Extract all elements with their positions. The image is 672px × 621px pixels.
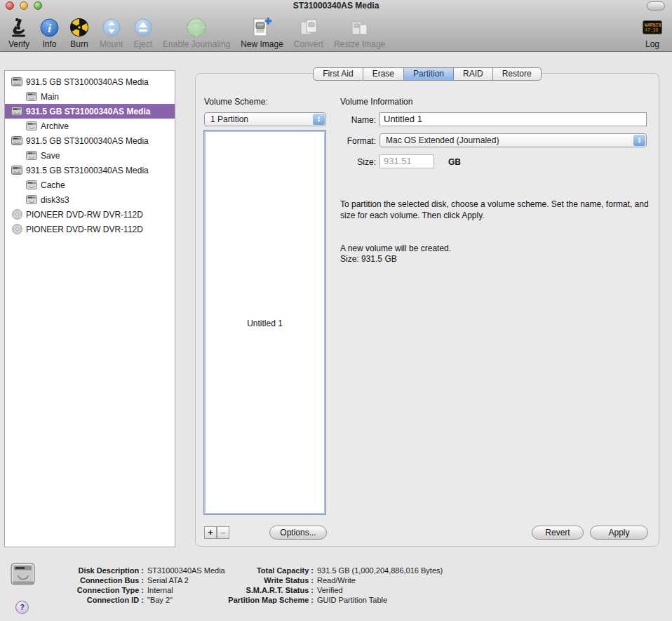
sidebar-item-label: 931.5 GB ST31000340AS Media <box>26 77 149 87</box>
toolbar-button-label: Burn <box>70 39 88 49</box>
sidebar-item[interactable]: 931.5 GB ST31000340AS Media <box>5 104 175 119</box>
tab-raid[interactable]: RAID <box>454 67 493 81</box>
info-label: Write Status : <box>226 575 314 585</box>
toolbar-button-verify[interactable]: Verify <box>8 16 29 49</box>
format-value: Mac OS Extended (Journaled) <box>386 135 499 145</box>
toolbar-button-label: Mount <box>100 39 123 49</box>
sidebar-item[interactable]: disk3s3 <box>5 192 175 207</box>
info-label: S.M.A.R.T. Status : <box>226 585 314 595</box>
disk-info-left: Disk Description :ST31000340AS MediaConn… <box>43 566 225 605</box>
info-value: GUID Partition Table <box>317 595 443 605</box>
remove-partition-button[interactable]: – <box>217 526 229 539</box>
info-label: Connection Type : <box>43 585 144 595</box>
toolbar-button-label: Log <box>645 39 659 49</box>
volume-scheme-popup[interactable]: 1 Partition ▲▼ <box>204 112 326 126</box>
volume-information-heading: Volume Information <box>340 97 412 107</box>
sidebar-item-label: 931.5 GB ST31000340AS Media <box>26 136 149 146</box>
info-icon: i <box>40 16 59 39</box>
volume-icon <box>26 195 37 204</box>
size-unit-label: GB <box>448 157 461 167</box>
toolbar-button-log[interactable]: WARNIN47:36Log <box>643 16 662 49</box>
format-popup[interactable]: Mac OS Extended (Journaled) ▲▼ <box>379 133 647 147</box>
sidebar-item[interactable]: Main <box>5 89 175 104</box>
sidebar-item[interactable]: PIONEER DVD-RW DVR-112D <box>5 207 175 222</box>
sidebar-item[interactable]: Archive <box>5 119 175 133</box>
toolbar-button-burn[interactable]: Burn <box>69 16 89 49</box>
partition-slice[interactable]: Untitled 1 <box>204 131 325 514</box>
optical-disc-icon <box>11 209 22 220</box>
sidebar-item[interactable]: Save <box>5 148 175 163</box>
sidebar-item[interactable]: 931.5 GB ST31000340AS Media <box>5 133 175 148</box>
toolbar-button-label: New Image <box>241 39 283 49</box>
tab-restore[interactable]: Restore <box>493 67 542 81</box>
info-value: ST31000340AS Media <box>147 566 225 575</box>
sidebar-item-label: Save <box>41 151 60 161</box>
sidebar-item-label: disk3s3 <box>41 195 69 205</box>
info-value: "Bay 2" <box>147 595 225 605</box>
hard-disk-icon <box>11 136 22 145</box>
toolbar-toggle-button[interactable] <box>647 1 665 11</box>
toolbar-button-label: Convert <box>294 39 323 49</box>
resize-image-icon <box>349 16 370 39</box>
revert-button[interactable]: Revert <box>532 526 584 540</box>
journaling-icon <box>186 16 207 39</box>
volume-icon <box>26 121 37 131</box>
help-button[interactable]: ? <box>15 601 29 614</box>
volume-icon <box>26 92 37 101</box>
apply-button[interactable]: Apply <box>590 526 648 540</box>
toolbar-button-label: Enable Journaling <box>163 39 230 49</box>
info-label: Total Capacity : <box>226 566 314 575</box>
new-volume-size: Size: 931.5 GB <box>340 253 397 265</box>
microscope-icon <box>11 16 27 39</box>
add-partition-button[interactable]: + <box>204 526 217 539</box>
disk-icon <box>11 563 36 591</box>
volume-scheme-heading: Volume Scheme: <box>204 97 268 107</box>
options-button[interactable]: Options... <box>269 526 327 540</box>
toolbar-button-label: Info <box>43 39 57 49</box>
hard-disk-icon <box>11 166 22 175</box>
burn-icon <box>69 16 89 39</box>
format-label: Format: <box>322 136 376 146</box>
partition-instructions: To partition the selected disk, choose a… <box>340 199 657 221</box>
volume-icon <box>26 180 37 189</box>
sidebar-item[interactable]: 931.5 GB ST31000340AS Media <box>5 74 175 89</box>
sidebar-list[interactable]: 931.5 GB ST31000340AS MediaMain931.5 GB … <box>4 70 175 547</box>
sidebar-item-label: Cache <box>41 180 65 190</box>
tab-bar: First AidErasePartitionRAIDRestore <box>195 67 659 81</box>
info-label: Partition Map Scheme : <box>226 595 314 605</box>
window-chrome: ST31000340AS Media VerifyiInfoBurnMountE… <box>0 0 672 52</box>
toolbar-button-convert: Convert <box>294 16 323 49</box>
sidebar-item-label: PIONEER DVD-RW DVR-112D <box>26 225 143 234</box>
tab-partition[interactable]: Partition <box>404 67 454 81</box>
toolbar-button-enable-journaling: Enable Journaling <box>163 16 230 49</box>
popup-stepper-icon: ▲▼ <box>633 135 645 146</box>
toolbar-button-info[interactable]: iInfo <box>40 16 59 49</box>
new-image-icon <box>250 16 273 39</box>
hard-disk-icon <box>11 107 22 116</box>
sidebar-item[interactable]: Cache <box>5 178 175 192</box>
volume-icon <box>26 151 37 160</box>
sidebar-item[interactable]: PIONEER DVD-RW DVR-112D <box>5 222 175 236</box>
tab-erase[interactable]: Erase <box>363 67 404 81</box>
toolbar-button-label: Eject <box>133 39 152 49</box>
eject-icon <box>134 16 152 39</box>
disk-info-right: Total Capacity :931.5 GB (1,000,204,886,… <box>226 566 443 605</box>
log-icon: WARNIN47:36 <box>643 16 662 39</box>
toolbar-button-mount: Mount <box>100 16 123 49</box>
tab-first-aid[interactable]: First Aid <box>313 67 363 81</box>
sidebar-item[interactable]: 931.5 GB ST31000340AS Media <box>5 163 175 178</box>
titlebar[interactable]: ST31000340AS Media <box>0 0 672 11</box>
name-label: Name: <box>322 115 376 125</box>
info-label: Connection ID : <box>43 595 144 605</box>
svg-text:WARNIN: WARNIN <box>645 23 661 28</box>
toolbar-button-new-image[interactable]: New Image <box>241 16 283 49</box>
partition-slice-label: Untitled 1 <box>206 319 324 328</box>
info-label: Connection Bus : <box>43 575 144 585</box>
svg-text:47:36: 47:36 <box>645 28 659 33</box>
volume-scheme-value: 1 Partition <box>210 114 248 124</box>
toolbar-button-resize-image: Resize Image <box>334 16 385 49</box>
name-input[interactable]: Untitled 1 <box>379 112 647 126</box>
window-title: ST31000340AS Media <box>0 1 672 11</box>
sidebar-item-label: 931.5 GB ST31000340AS Media <box>26 166 149 175</box>
info-value: Serial ATA 2 <box>147 575 225 585</box>
